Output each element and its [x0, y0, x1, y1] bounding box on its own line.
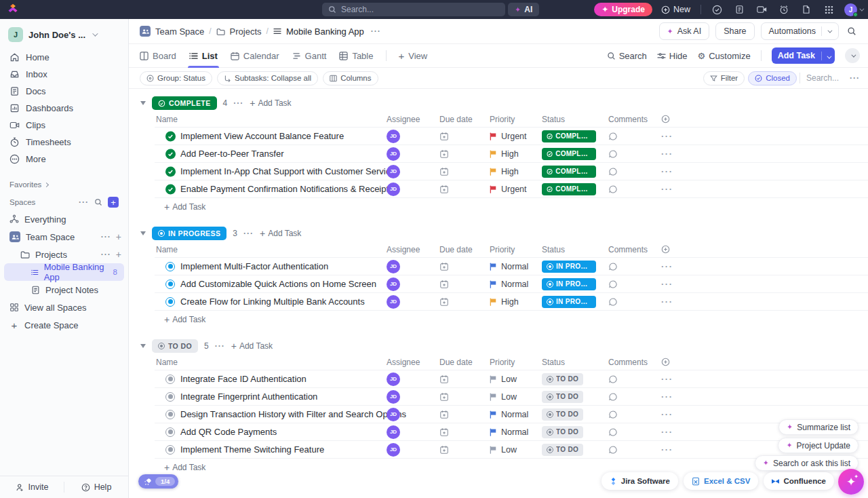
task-row[interactable]: Add Customizable Quick Actions on Home S… — [155, 275, 868, 293]
task-todo-icon[interactable] — [165, 375, 175, 384]
add-task-inline-button[interactable]: +Add Task — [164, 314, 205, 325]
row-more-button[interactable]: ··· — [661, 293, 673, 310]
add-column-button[interactable] — [661, 242, 670, 257]
tab-table[interactable]: Table — [339, 44, 373, 68]
col-priority[interactable]: Priority — [490, 354, 515, 370]
reminder-clock-icon[interactable] — [776, 2, 792, 17]
assignee-avatar[interactable]: JD — [387, 390, 400, 404]
group-status-pill[interactable]: TO DO — [152, 339, 198, 353]
comments-button[interactable] — [608, 388, 618, 405]
task-row[interactable]: Create Flow for Linking Multiple Bank Ac… — [155, 293, 868, 311]
breadcrumb-team-space[interactable]: Team Space — [140, 26, 204, 37]
task-row[interactable]: Implement Multi-Factor Authentication JD… — [155, 258, 868, 275]
status-pill[interactable]: IN PROGRESS — [542, 278, 596, 290]
row-more-button[interactable]: ··· — [661, 441, 673, 458]
topbar-ai-button[interactable]: ✦ AI — [508, 3, 539, 16]
col-due-date[interactable]: Due date — [439, 242, 473, 257]
sidebar-item-view-all-spaces[interactable]: View all Spaces — [0, 299, 128, 316]
confluence-import-button[interactable]: Confluence — [764, 472, 834, 490]
due-date-button[interactable] — [439, 388, 449, 405]
task-row[interactable]: Implement In-App Chat Support with Custo… — [155, 163, 868, 180]
col-name[interactable]: Name — [156, 354, 178, 370]
task-complete-icon[interactable] — [165, 184, 176, 194]
row-more-button[interactable]: ··· — [661, 258, 673, 275]
projects-add-button[interactable]: + — [116, 249, 121, 260]
row-more-button[interactable]: ··· — [661, 180, 673, 197]
comments-button[interactable] — [608, 423, 618, 440]
apps-grid-icon[interactable] — [821, 2, 837, 17]
header-search-icon[interactable] — [845, 26, 859, 36]
col-comments[interactable]: Comments — [608, 242, 648, 257]
filter-chip[interactable]: Filter — [703, 71, 745, 85]
task-name[interactable]: Implement Theme Switching Feature — [180, 441, 324, 458]
col-status[interactable]: Status — [542, 242, 565, 257]
comments-button[interactable] — [608, 406, 618, 423]
group-more-button[interactable]: ··· — [243, 229, 254, 238]
group-status-pill[interactable]: IN PROGRESS — [152, 227, 226, 240]
sidebar-item-everything[interactable]: Everything — [0, 210, 128, 228]
col-comments[interactable]: Comments — [608, 111, 648, 127]
team-space-add-button[interactable]: + — [116, 231, 121, 242]
add-column-button[interactable] — [661, 354, 670, 370]
row-more-button[interactable]: ··· — [661, 163, 673, 180]
status-pill[interactable]: COMPLETE — [542, 166, 596, 178]
task-name[interactable]: Integrate Fingerprint Authentication — [180, 388, 317, 405]
due-date-button[interactable] — [439, 275, 449, 292]
sidebar-item-dashboards[interactable]: Dashboards — [0, 100, 128, 117]
status-pill[interactable]: COMPLETE — [542, 183, 596, 195]
group-status-pill[interactable]: COMPLETE — [152, 96, 217, 110]
task-name[interactable]: Add Customizable Quick Actions on Home S… — [180, 275, 376, 292]
add-task-button[interactable]: Add Task — [772, 47, 835, 64]
sidebar-item-timesheets[interactable]: Timesheets — [0, 134, 128, 151]
add-task-inline-button[interactable]: +Add Task — [164, 462, 205, 473]
due-date-button[interactable] — [439, 423, 449, 440]
collapse-group-caret[interactable] — [140, 344, 146, 348]
col-due-date[interactable]: Due date — [439, 111, 473, 127]
due-date-button[interactable] — [439, 163, 449, 180]
customize-button[interactable]: ⚙ Customize — [698, 51, 751, 61]
search-or-ask-button[interactable]: ✦ Search or ask this list — [755, 455, 859, 471]
task-name[interactable]: Implement In-App Chat Support with Custo… — [180, 163, 395, 180]
assignee-avatar[interactable]: JD — [387, 183, 400, 196]
task-name[interactable]: Integrate Face ID Authentication — [180, 370, 307, 387]
assignee-avatar[interactable]: JD — [387, 277, 400, 291]
notepad-icon[interactable] — [731, 2, 747, 17]
tab-calendar[interactable]: Calendar — [231, 44, 279, 68]
task-complete-icon[interactable] — [165, 149, 176, 159]
task-todo-icon[interactable] — [165, 445, 175, 455]
col-comments[interactable]: Comments — [608, 354, 648, 370]
task-row[interactable]: Implement View Account Balance Feature J… — [155, 128, 868, 145]
col-assignee[interactable]: Assignee — [387, 354, 420, 370]
new-button[interactable]: New — [658, 5, 693, 14]
priority-cell[interactable]: Urgent — [490, 128, 527, 145]
task-name[interactable]: Add Peer-to-Peer Transfer — [180, 145, 283, 162]
assignee-avatar[interactable]: JD — [387, 147, 400, 161]
col-name[interactable]: Name — [156, 111, 178, 127]
task-name[interactable]: Add QR Code Payments — [180, 423, 277, 440]
comments-button[interactable] — [608, 163, 618, 180]
due-date-button[interactable] — [439, 180, 449, 197]
collapse-group-caret[interactable] — [140, 231, 146, 235]
group-add-task-button[interactable]: +Add Task — [231, 341, 273, 351]
priority-cell[interactable]: Normal — [490, 406, 528, 423]
task-name[interactable]: Create Flow for Linking Multiple Bank Ac… — [180, 293, 365, 310]
task-todo-icon[interactable] — [165, 410, 175, 419]
task-name[interactable]: Implement Multi-Factor Authentication — [180, 258, 328, 275]
task-row[interactable]: Add QR Code Payments JD Normal TO DO ··· — [155, 423, 868, 441]
priority-cell[interactable]: Low — [490, 441, 517, 458]
filter-more-button[interactable]: ··· — [850, 73, 860, 83]
projects-more-button[interactable]: ··· — [101, 250, 111, 259]
comments-button[interactable] — [608, 128, 618, 145]
status-pill[interactable]: IN PROGRESS — [542, 296, 596, 308]
priority-cell[interactable]: High — [490, 145, 519, 162]
status-pill[interactable]: IN PROGRESS — [542, 261, 596, 273]
sidebar-item-team-space[interactable]: Team Space ···+ — [0, 228, 128, 246]
due-date-button[interactable] — [439, 406, 449, 423]
sidebar-item-projects-folder[interactable]: Projects ···+ — [0, 246, 128, 263]
closed-toggle-chip[interactable]: Closed — [748, 71, 797, 85]
collapse-group-caret[interactable] — [140, 101, 146, 105]
col-assignee[interactable]: Assignee — [387, 111, 420, 127]
task-row[interactable]: Enable Payment Confirmation Notification… — [155, 180, 868, 198]
due-date-button[interactable] — [439, 293, 449, 310]
status-pill[interactable]: TO DO — [542, 426, 583, 438]
